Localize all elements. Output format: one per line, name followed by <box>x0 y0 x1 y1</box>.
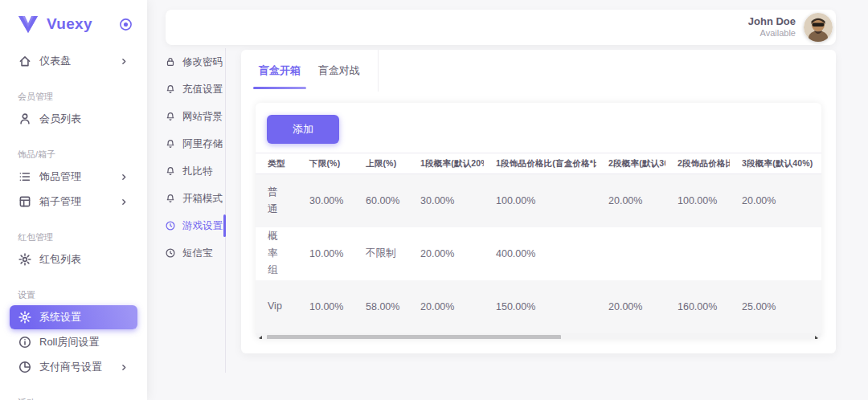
value-cell: 10.00% <box>297 280 354 333</box>
tab-divider <box>378 50 379 92</box>
app-sidebar: Vuexy 仪表盘会员管理会员列表饰品/箱子饰品管理箱子管理红包管理红包列表设置… <box>0 0 147 400</box>
submenu-item-label: 阿里存储 <box>182 137 223 151</box>
sidebar-section-label: 会员管理 <box>18 91 136 101</box>
sidebar-item-label: 仪表盘 <box>39 54 119 68</box>
column-header: 1段饰品价格比(盲盒价格*比例) <box>484 153 596 174</box>
gear-icon <box>18 310 32 324</box>
settings-submenu: 修改密码充值设置网站背景阿里存储扎比特开箱模式游戏设置短信宝 <box>147 48 226 373</box>
user-avatar[interactable] <box>804 13 833 42</box>
submenu-item[interactable]: 网站背景 <box>165 103 225 130</box>
value-cell: 20.00% <box>596 280 665 333</box>
type-cell: 普通 <box>256 174 297 227</box>
avatar-image <box>804 13 833 42</box>
scroll-left-arrow-icon[interactable] <box>256 333 266 340</box>
sidebar-item[interactable]: 箱子管理 <box>10 190 137 214</box>
value-cell: 25.00% <box>730 280 821 333</box>
scroll-right-arrow-icon[interactable] <box>811 333 821 340</box>
sidebar-item[interactable]: 系统设置 <box>10 305 137 329</box>
submenu-item-label: 开箱模式 <box>182 192 223 206</box>
tab-blindbox-battle[interactable]: 盲盒对战 <box>318 50 360 92</box>
column-header: 1段概率(默认20%) <box>408 153 484 174</box>
bell-icon <box>165 138 176 149</box>
submenu-item[interactable]: 游戏设置 <box>165 212 225 239</box>
column-header: 类型 <box>256 153 297 174</box>
chevron-right-icon <box>119 56 129 67</box>
value-cell: 20.00% <box>408 227 484 280</box>
sidebar-item[interactable]: 饰品管理 <box>10 165 137 189</box>
sidebar-item-label: 系统设置 <box>39 310 129 324</box>
bell-icon <box>165 165 176 177</box>
sidebar-item[interactable]: 支付商号设置 <box>10 355 137 379</box>
sidebar-item[interactable]: 仪表盘 <box>10 49 137 73</box>
value-cell: 100.00% <box>665 174 730 227</box>
submenu-item[interactable]: 短信宝 <box>165 239 225 267</box>
add-button[interactable]: 添加 <box>267 115 339 144</box>
table-row: 普通30.00%60.00%30.00%100.00%20.00%100.00%… <box>256 174 821 227</box>
value-cell: 160.00% <box>665 280 730 333</box>
sidebar-section-label: 设置 <box>18 289 136 300</box>
horizontal-scrollbar[interactable] <box>256 333 821 340</box>
chevron-right-icon <box>119 362 129 373</box>
value-cell <box>665 227 730 280</box>
value-cell: 30.00% <box>408 174 484 227</box>
submenu-item-label: 游戏设置 <box>182 219 223 233</box>
sidebar-section-label: 红包管理 <box>18 231 136 242</box>
submenu-item[interactable]: 充值设置 <box>165 76 225 103</box>
tab-blindbox-open[interactable]: 盲盒开箱 <box>259 50 301 92</box>
submenu-item-label: 修改密码 <box>182 55 223 69</box>
type-cell: Vip <box>256 280 297 333</box>
sidebar-item[interactable]: Roll房间设置 <box>10 330 137 354</box>
submenu-item[interactable]: 修改密码 <box>165 48 225 76</box>
column-header: 2段饰品价格比 <box>665 153 730 174</box>
sidebar-item[interactable]: 红包列表 <box>10 247 137 271</box>
value-cell: 150.00% <box>484 280 596 333</box>
sidebar-item-label: 支付商号设置 <box>39 360 119 374</box>
value-cell <box>730 227 821 280</box>
pie-chart-icon <box>18 360 32 374</box>
scrollbar-thumb[interactable] <box>267 335 561 340</box>
column-header: 3段概率(默认40%) <box>730 153 821 174</box>
list-icon <box>18 169 32 184</box>
value-cell <box>596 227 665 280</box>
table-row: Vip10.00%58.00%20.00%150.00%20.00%160.00… <box>256 280 821 333</box>
value-cell: 不限制 <box>354 227 408 280</box>
submenu-item-label: 充值设置 <box>182 83 223 96</box>
probability-table: 类型下限(%)上限(%)1段概率(默认20%)1段饰品价格比(盲盒价格*比例)2… <box>256 153 821 333</box>
user-icon <box>18 112 32 126</box>
column-header: 上限(%) <box>354 153 408 174</box>
value-cell: 10.00% <box>297 227 354 280</box>
submenu-item[interactable]: 开箱模式 <box>165 185 225 212</box>
vuexy-logo-icon <box>18 14 39 34</box>
chevron-right-icon <box>119 172 129 182</box>
user-meta: John Doe Available <box>748 15 796 39</box>
sidebar-item-label: 红包列表 <box>39 252 129 267</box>
submenu-item[interactable]: 扎比特 <box>165 157 225 185</box>
info-icon <box>18 335 32 349</box>
brand-header: Vuexy <box>0 0 147 42</box>
table-row: 概率组10.00%不限制20.00%400.00% <box>256 227 821 280</box>
bell-icon <box>165 111 176 122</box>
bell-icon <box>165 193 176 204</box>
clock-icon <box>165 247 176 259</box>
sidebar-item-label: 会员列表 <box>39 112 129 126</box>
sidebar-item[interactable]: 会员列表 <box>10 107 137 131</box>
brand-name: Vuexy <box>47 15 119 33</box>
lock-icon <box>165 56 176 67</box>
submenu-item[interactable]: 阿里存储 <box>165 130 225 157</box>
toolbar: 添加 <box>256 103 821 153</box>
submenu-item-label: 短信宝 <box>182 247 213 260</box>
value-cell: 58.00% <box>354 280 408 333</box>
column-header: 下限(%) <box>297 153 354 174</box>
sidebar-item-label: 箱子管理 <box>39 194 119 209</box>
sidebar-section-label: 活动 <box>18 397 136 400</box>
user-status: Available <box>748 28 796 39</box>
layout-icon <box>18 194 32 209</box>
settings-panel: 添加 类型下限(%)上限(%)1段概率(默认20%)1段饰品价格比(盲盒价格*比… <box>256 103 821 339</box>
main-content-card: 盲盒开箱 盲盒对战 添加 类型下限(%)上限(%)1段概率(默认20%)1段饰品… <box>241 50 836 353</box>
radio-circle-icon[interactable] <box>119 18 133 31</box>
tab-label: 盲盒对战 <box>318 63 360 78</box>
submenu-item-label: 扎比特 <box>182 165 213 178</box>
table-body: 普通30.00%60.00%30.00%100.00%20.00%100.00%… <box>256 174 821 333</box>
chevron-right-icon <box>119 197 129 207</box>
value-cell: 400.00% <box>484 227 596 280</box>
